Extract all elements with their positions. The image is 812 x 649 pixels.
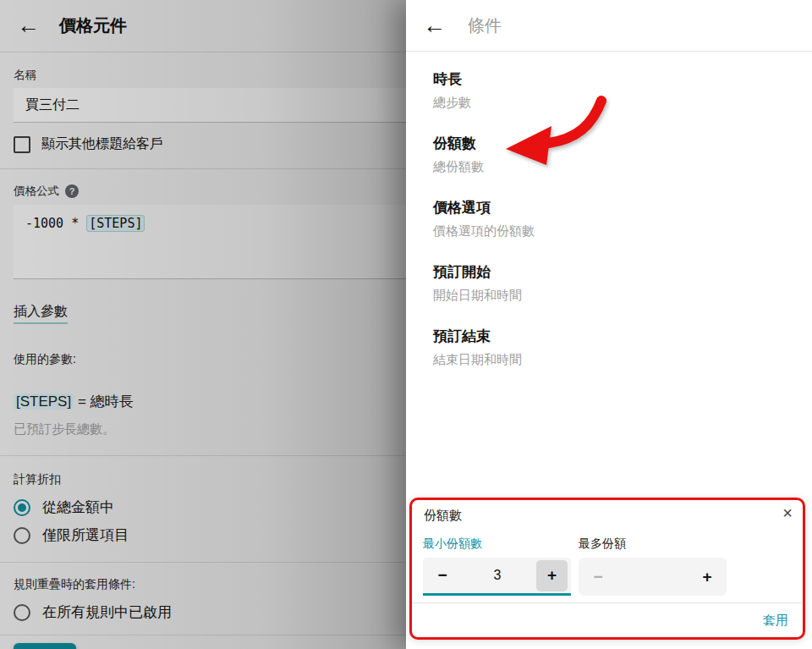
insert-parameter-link[interactable]: 插入參數 [14, 303, 68, 324]
plus-icon[interactable]: + [536, 560, 568, 591]
min-quantity-value[interactable]: 3 [462, 568, 533, 583]
page-title: 價格元件 [59, 14, 127, 37]
min-quantity-field: 最小份額數 − 3 + [423, 536, 571, 596]
formula-textarea[interactable]: -1000 * [STEPS] [14, 205, 406, 279]
divider [0, 562, 406, 563]
condition-item-quantity[interactable]: 份額數 總份額數 [433, 134, 812, 176]
formula-label: 價格公式 [14, 184, 59, 199]
condition-subtitle: 開始日期和時間 [433, 286, 812, 305]
divider [0, 635, 406, 635]
condition-item-booking-end[interactable]: 預訂結束 結束日期和時間 [433, 327, 812, 369]
radio-option-selected-items[interactable]: 僅限所選項目 [14, 525, 406, 545]
divider [0, 455, 406, 456]
alt-title-checkbox-row[interactable]: 顯示其他標題給客戶 [14, 135, 406, 153]
radio-selected-icon[interactable] [14, 499, 30, 516]
max-quantity-field: 最多份額 − + [579, 536, 727, 596]
price-component-panel: ← 價格元件 名稱 顯示其他標題給客戶 價格公式 ? -1000 * [STEP… [0, 0, 406, 649]
conditions-header: ← 條件 [406, 0, 812, 52]
apply-button[interactable]: 套用 [763, 613, 788, 629]
help-icon[interactable]: ? [65, 184, 79, 198]
radio-label: 從總金額中 [42, 498, 114, 517]
radio-option-from-total[interactable]: 從總金額中 [14, 498, 406, 517]
plus-icon[interactable]: + [688, 568, 727, 586]
formula-token-chip: [STEPS] [86, 215, 145, 232]
radio-unselected-icon[interactable] [14, 604, 30, 621]
checkbox-icon[interactable] [14, 136, 30, 153]
parameter-description: 已預訂步長總數。 [14, 421, 406, 437]
min-quantity-label: 最小份額數 [423, 536, 571, 552]
parameter-token-chip: [STEPS] [14, 393, 74, 410]
dialog-footer: 套用 [412, 602, 803, 637]
max-quantity-label: 最多份額 [579, 536, 727, 552]
radio-label: 僅限所選項目 [42, 525, 129, 545]
condition-title: 時長 [433, 69, 812, 90]
quantity-dialog: 份額數 × 最小份額數 − 3 + 最多份額 − [409, 498, 805, 640]
app-window: ← 價格元件 名稱 顯示其他標題給客戶 價格公式 ? -1000 * [STEP… [0, 0, 812, 649]
discount-section-label: 計算折扣 [14, 472, 406, 487]
conditions-panel: ← 條件 時長 總步數 份額數 總份額數 價格選項 價格選項的份額數 預訂開始 … [406, 0, 812, 649]
name-input[interactable] [14, 88, 406, 123]
parameter-definition: [STEPS] = 總時長 [14, 392, 406, 411]
condition-title: 份額數 [433, 134, 812, 154]
condition-item-booking-start[interactable]: 預訂開始 開始日期和時間 [433, 262, 812, 305]
dialog-title: 份額數 [424, 508, 462, 524]
radio-unselected-icon[interactable] [14, 527, 30, 544]
save-button[interactable]: 儲存 [14, 643, 76, 649]
condition-title: 預訂結束 [433, 327, 812, 347]
back-arrow-icon[interactable]: ← [17, 14, 40, 37]
overlap-section-label: 規則重疊時的套用條件: [14, 577, 406, 592]
used-parameters-label: 使用的參數: [14, 352, 406, 367]
max-quantity-stepper: − + [579, 558, 727, 596]
minus-icon[interactable]: − [423, 566, 462, 585]
name-label: 名稱 [14, 68, 406, 83]
condition-subtitle: 總份額數 [433, 157, 812, 176]
divider [0, 168, 406, 169]
back-arrow-icon[interactable]: ← [423, 14, 446, 37]
condition-item-price-option[interactable]: 價格選項 價格選項的份額數 [433, 198, 812, 240]
formula-label-row: 價格公式 ? [14, 184, 406, 199]
conditions-list: 時長 總步數 份額數 總份額數 價格選項 價格選項的份額數 預訂開始 開始日期和… [406, 52, 812, 369]
radio-label: 在所有規則中已啟用 [42, 602, 172, 622]
condition-title: 價格選項 [433, 198, 812, 218]
radio-option-enabled-all-rules[interactable]: 在所有規則中已啟用 [14, 602, 406, 622]
left-panel-header: ← 價格元件 [0, 0, 406, 52]
condition-subtitle: 結束日期和時間 [433, 350, 812, 369]
checkbox-label: 顯示其他標題給客戶 [41, 135, 163, 153]
minus-icon[interactable]: − [579, 568, 617, 586]
parameter-equals-text: = 總時長 [74, 393, 133, 410]
formula-text: -1000 * [25, 216, 86, 231]
dialog-fields: 最小份額數 − 3 + 最多份額 − + [423, 536, 727, 596]
close-icon[interactable]: × [782, 504, 793, 521]
condition-item-duration[interactable]: 時長 總步數 [433, 69, 812, 112]
conditions-title: 條件 [468, 14, 502, 37]
condition-subtitle: 價格選項的份額數 [433, 222, 812, 240]
min-quantity-stepper: − 3 + [423, 558, 571, 596]
condition-title: 預訂開始 [433, 262, 812, 283]
condition-subtitle: 總步數 [433, 93, 812, 112]
